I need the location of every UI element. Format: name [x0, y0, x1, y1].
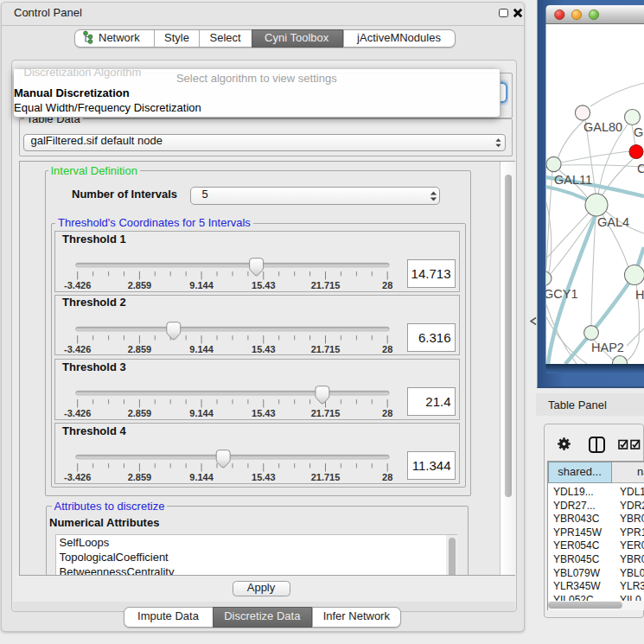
svg-text:GAL80: GAL80	[583, 120, 622, 134]
svg-text:H: H	[635, 288, 644, 302]
svg-text:GCY1: GCY1	[544, 287, 578, 301]
svg-text:GAL4: GAL4	[597, 215, 629, 229]
svg-text:GAL11: GAL11	[554, 173, 592, 187]
svg-text:HAP2: HAP2	[591, 341, 624, 354]
svg-text:C: C	[637, 162, 644, 175]
svg-text:G.: G.	[634, 125, 644, 139]
